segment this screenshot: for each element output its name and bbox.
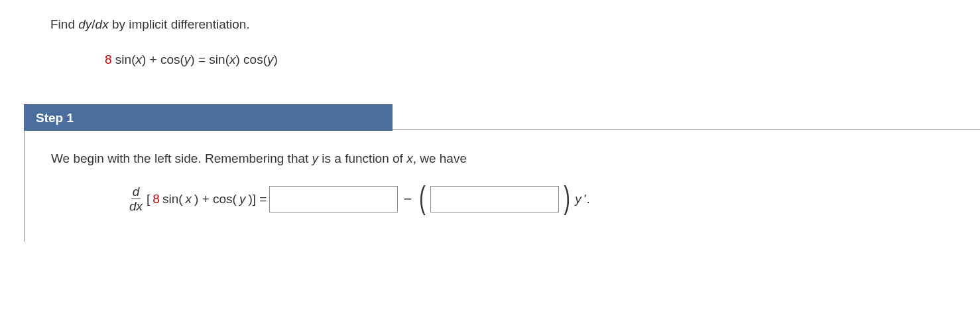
inner-coefficient: 8 — [153, 192, 160, 207]
eq-text-4: ) cos( — [235, 52, 267, 66]
eq-text-2: ) + cos( — [142, 52, 184, 66]
eq-text-3: ) = sin( — [190, 52, 229, 66]
prompt-dx: dx — [95, 17, 112, 31]
inner-x: x — [186, 192, 192, 207]
derivative-line: d dx [8 sin(x) + cos(y)] = − ( ) y'. — [51, 183, 953, 215]
y-prime-mark: '. — [584, 192, 590, 207]
step-header: Step 1 — [24, 104, 393, 131]
eq-text-1: sin( — [112, 52, 136, 66]
step-text-1: We begin with the left side. Remembering… — [51, 151, 312, 165]
inner-text-2: ) + cos( — [194, 192, 237, 207]
inner-text-3: )] = — [248, 192, 267, 207]
eq-text-5: ) — [273, 52, 277, 66]
inner-y: y — [239, 192, 246, 207]
prompt-prefix: Find — [50, 17, 78, 31]
page-root: Find dy/dx by implicit differentiation. … — [0, 0, 980, 242]
bracket-open: [ — [147, 192, 150, 207]
paren-close: ) — [564, 182, 570, 214]
step-text-y: y — [312, 151, 319, 165]
fraction-denominator: dx — [128, 199, 144, 212]
prompt-suffix: by implicit differentiation. — [112, 17, 250, 31]
answer-input-1[interactable] — [269, 186, 398, 212]
step-text: We begin with the left side. Remembering… — [51, 149, 953, 169]
prompt-dy: dy — [78, 17, 92, 31]
step-header-row: Step 1 — [0, 104, 980, 131]
problem-statement: Find dy/dx by implicit differentiation. … — [0, 16, 980, 98]
fraction-d-dx: d dx — [128, 185, 144, 212]
fraction-numerator: d — [131, 185, 141, 199]
problem-prompt: Find dy/dx by implicit differentiation. — [50, 16, 953, 34]
step-header-rule — [393, 129, 980, 130]
minus-sign: − — [400, 191, 414, 208]
step-text-2: is a function of — [318, 151, 406, 165]
step-text-3: , we have — [413, 151, 467, 165]
eq-x-1: x — [135, 52, 142, 66]
step-body: We begin with the left side. Remembering… — [24, 131, 980, 242]
eq-y-1: y — [184, 52, 191, 66]
coefficient: 8 — [105, 52, 112, 66]
answer-input-2[interactable] — [430, 186, 559, 212]
step-text-x: x — [406, 151, 413, 165]
paren-open: ( — [419, 182, 426, 214]
problem-equation: 8 sin(x) + cos(y) = sin(x) cos(y) — [50, 51, 953, 69]
inner-text-1: sin( — [162, 192, 183, 207]
y-prime-y: y — [575, 192, 582, 207]
